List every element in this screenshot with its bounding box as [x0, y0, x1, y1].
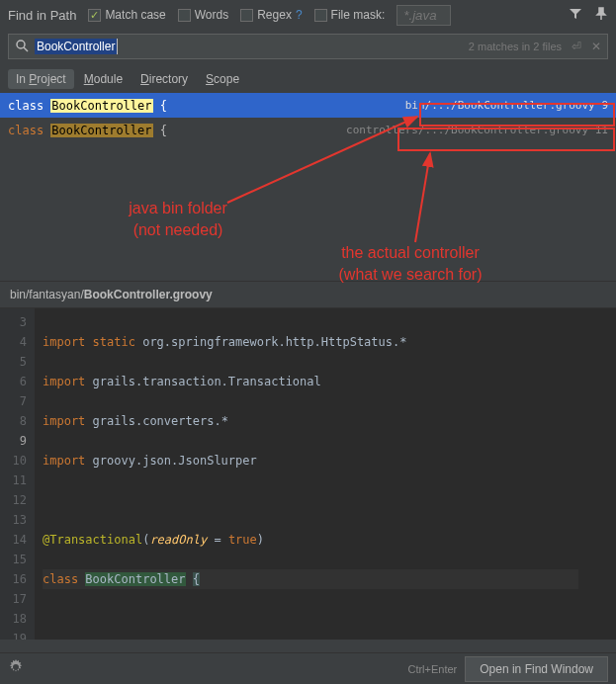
newline-icon[interactable]: ⏎: [568, 40, 585, 53]
file-mask-label: File mask:: [331, 8, 386, 22]
annotation-text: java bin folder(not needed): [89, 198, 267, 242]
result-row[interactable]: class BookController { bin/.../BookContr…: [0, 93, 616, 118]
checkbox-icon: [314, 9, 327, 22]
dialog-title: Find in Path: [8, 8, 76, 23]
open-find-window-button[interactable]: Open in Find Window: [465, 656, 608, 682]
search-query: BookController: [35, 39, 118, 54]
search-icon: [9, 39, 35, 55]
checkbox-icon: [240, 9, 253, 22]
tab-module[interactable]: Module: [76, 69, 131, 89]
tab-in-project[interactable]: In Project: [8, 69, 74, 89]
result-match: BookController: [50, 99, 152, 113]
svg-line-1: [24, 47, 28, 51]
keyword: class: [8, 99, 50, 113]
gear-icon[interactable]: [8, 659, 24, 678]
result-path: controllers/.../BookController.groovy 11: [346, 124, 608, 136]
checkbox-icon: [178, 9, 191, 22]
pin-icon[interactable]: [594, 7, 608, 24]
code-preview[interactable]: 345678910111213141516171819 import stati…: [0, 308, 616, 640]
checkbox-icon: [88, 9, 101, 22]
words-label: Words: [195, 8, 228, 22]
regex-help-icon[interactable]: ?: [296, 8, 303, 22]
header-toolbar: Find in Path Match case Words Regex ? Fi…: [0, 0, 616, 30]
filter-icon[interactable]: [569, 7, 582, 24]
scope-tabs: In Project Module Directory Scope: [0, 63, 616, 93]
code-content: import static org.springframework.http.H…: [35, 308, 586, 640]
result-row[interactable]: class BookController { controllers/.../B…: [0, 118, 616, 142]
tab-scope[interactable]: Scope: [198, 69, 247, 89]
footer-bar: Ctrl+Enter Open in Find Window: [0, 652, 616, 684]
result-match: BookController: [50, 124, 152, 137]
svg-point-0: [17, 41, 25, 48]
match-case-option[interactable]: Match case: [88, 8, 165, 22]
file-mask-input[interactable]: [396, 5, 451, 26]
shortcut-hint: Ctrl+Enter: [407, 663, 457, 675]
result-path: bin/.../BookController.groovy 9: [405, 99, 608, 112]
match-count: 2 matches in 2 files: [463, 41, 568, 52]
match-case-label: Match case: [105, 8, 165, 22]
regex-option[interactable]: Regex ?: [240, 8, 302, 22]
keyword: class: [8, 124, 50, 137]
results-list: class BookController { bin/.../BookContr…: [0, 93, 616, 142]
clear-icon[interactable]: ✕: [585, 40, 607, 53]
search-field[interactable]: BookController 2 matches in 2 files ⏎ ✕: [8, 34, 608, 59]
annotation-text: the actual controller(what we search for…: [297, 242, 524, 287]
tab-directory[interactable]: Directory: [132, 69, 196, 89]
file-mask-option[interactable]: File mask:: [314, 8, 386, 22]
line-gutter: 345678910111213141516171819: [0, 308, 35, 640]
regex-label: Regex: [257, 8, 292, 22]
words-option[interactable]: Words: [178, 8, 228, 22]
